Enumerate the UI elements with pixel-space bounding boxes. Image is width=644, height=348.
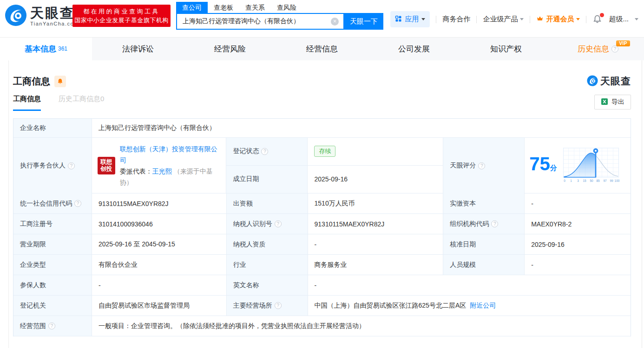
monitor-bell-icon[interactable] (54, 76, 66, 87)
help-icon[interactable]: ? (74, 200, 81, 207)
taxpayer-id-label: 纳税人识别号 (233, 220, 272, 228)
tab-intellectual-property[interactable]: 知识产权 (460, 38, 552, 60)
help-icon[interactable]: ? (261, 148, 268, 155)
nav-super-vip[interactable]: 超级... (609, 15, 629, 24)
svg-text:85: 85 (596, 179, 600, 182)
export-button[interactable]: 导出 (594, 95, 631, 110)
help-icon[interactable]: ? (48, 322, 55, 329)
tab-basic-info[interactable]: 基本信息 361 (0, 38, 92, 60)
nav-divider (476, 16, 477, 23)
table-row: 营业期限 2025-09-16 至 2045-09-15 纳税人资质 - 核准日… (13, 234, 631, 255)
company-type-value: 有限合伙企业 (92, 255, 227, 275)
svg-text:0: 0 (564, 179, 565, 182)
subtab-business-info[interactable]: 工商信息 (13, 95, 41, 111)
tab-operation-risk[interactable]: 经营风险 (184, 38, 276, 60)
help-icon[interactable]: ? (275, 302, 282, 309)
tab-history-info-label: 历史信息 (578, 44, 609, 54)
tab-company-development[interactable]: 公司发展 (368, 38, 460, 60)
company-name-value: 上海知己行远管理咨询中心（有限合伙） (92, 119, 631, 137)
tab-basic-info-label: 基本信息 (25, 44, 56, 54)
subtabs: 工商信息 历史工商信息0 导出 (13, 95, 631, 113)
field-label: 统一社会信用代码 ? (13, 193, 92, 213)
credit-code-value: 91310115MAEX0YR82J (92, 193, 227, 213)
score-unit: 分 (550, 164, 557, 172)
capital-value: 1510万人民币 (308, 193, 444, 213)
field-label: 营业期限 (13, 234, 92, 254)
field-label: 纳税人识别号 ? (227, 214, 308, 234)
search-input[interactable] (177, 18, 331, 25)
field-label: 参保人数 (13, 275, 92, 295)
notifications-bell-icon[interactable] (592, 14, 603, 25)
address-cell: 中国（上海）自由贸易试验区张江路625号北二层A区 附近公司 (308, 296, 631, 316)
lenovo-capital-logo: 联想 创投 (98, 157, 115, 174)
header: 天眼查 TianYanCha.com 都在用的商业查询工具 国家中小企业发展子基… (0, 0, 644, 37)
nav-open-vip[interactable]: 开通会员 (536, 15, 580, 24)
section-header: 工商信息 天眼查 (13, 75, 631, 88)
subtab-history-business-info[interactable]: 历史工商信息0 (59, 95, 104, 110)
help-icon[interactable]: ? (68, 162, 75, 169)
tab-history-info[interactable]: VIP 历史信息 ? (552, 38, 644, 60)
search-tab-company[interactable]: 查公司 (176, 2, 208, 13)
table-row: 统一社会信用代码 ? 91310115MAEX0YR82J 出资额 1510万人… (13, 193, 631, 214)
export-label: 导出 (611, 98, 624, 106)
score-value: 75分 (529, 154, 557, 178)
svg-text:15: 15 (583, 179, 586, 182)
address-label: 主要经营场所 (233, 302, 272, 310)
search-tab-relation[interactable]: 查关系 (239, 2, 271, 13)
reg-number-value: 310141000936046 (92, 214, 227, 234)
tianyancha-logo[interactable]: 天眼查 TianYanCha.com (5, 4, 79, 28)
svg-text:99: 99 (610, 179, 613, 182)
score-curve-chart: 0 1 3 15 50 85 97 99 100 (563, 147, 620, 185)
clear-search-icon[interactable]: × (331, 18, 339, 26)
field-label: 出资额 (227, 193, 308, 213)
field-label: 登记机关 (13, 296, 92, 316)
scrollbar-track[interactable] (642, 60, 642, 348)
nearby-companies-link[interactable]: 附近公司 (470, 302, 496, 310)
rep-name-link[interactable]: 王光熙 (152, 168, 172, 175)
apps-menu[interactable]: 应用 (390, 11, 430, 27)
promo-line2: 国家中小企业发展子基金旗下机构 (74, 16, 169, 25)
promo-line1: 都在用的商业查询工具 (83, 7, 160, 16)
svg-text:100: 100 (614, 179, 619, 182)
field-label: 成立日期 (226, 166, 308, 193)
tab-intellectual-property-label: 知识产权 (490, 44, 522, 54)
field-label: 纳税人资质 (227, 234, 308, 254)
field-label: 工商注册号 (13, 214, 92, 234)
search-tab-risk[interactable]: 查风险 (271, 2, 302, 13)
search-tabs: 查公司 查老板 查关系 查风险 (176, 2, 383, 13)
partner-company-link[interactable]: 联想创新（天津）投资管理有限公司 (120, 145, 217, 164)
help-icon[interactable]: ? (275, 220, 282, 227)
help-icon[interactable]: ? (478, 162, 485, 169)
help-icon[interactable]: ? (611, 45, 618, 52)
section-title: 工商信息 (13, 75, 50, 88)
svg-text:3: 3 (577, 179, 579, 182)
caret-down-icon (635, 18, 638, 20)
company-tabbar: 基本信息 361 法律诉讼 经营风险 经营信息 公司发展 知识产权 VIP 历史… (0, 37, 644, 60)
vip-badge: VIP (616, 40, 630, 46)
status-badge: 存续 (314, 146, 335, 157)
search-tab-boss[interactable]: 查老板 (208, 2, 239, 13)
nav-enterprise[interactable]: 企业级产品 (483, 15, 524, 24)
reg-status-label: 登记状态 (233, 147, 259, 155)
nav-divider (586, 16, 586, 23)
field-label: 组织机构代码 ? (443, 214, 525, 234)
nav-cooperation[interactable]: 商务合作 (442, 15, 470, 24)
tianyancha-swirl-icon (5, 4, 27, 28)
reg-authority-value: 自由贸易试验区市场监督管理局 (92, 296, 227, 316)
taxpayer-id-value: 91310115MAEX0YR82J (308, 214, 444, 234)
page-left-border (8, 60, 9, 348)
field-label: 主要经营场所 ? (227, 296, 308, 316)
staff-size-value: - (525, 255, 631, 275)
partner-label: 执行事务合伙人 (20, 161, 66, 170)
score-number: 75 (529, 154, 550, 174)
help-icon[interactable]: ? (491, 220, 498, 227)
table-row: 工商注册号 310141000936046 纳税人识别号 ? 91310115M… (13, 214, 631, 234)
tab-operation-info[interactable]: 经营信息 (276, 38, 368, 60)
tianyancha-watermark: 天眼查 (587, 75, 631, 88)
apps-label: 应用 (405, 15, 419, 24)
tab-legal[interactable]: 法律诉讼 (92, 38, 184, 60)
partner-cell: 联想 创投 联想创新（天津）投资管理有限公司 委派代表：王光熙 （来源于中基协） (92, 138, 227, 193)
logo-line1: 联想 (100, 159, 112, 166)
search-button[interactable]: 天眼一下 (344, 13, 383, 30)
brand-domain: TianYanCha.com (30, 21, 79, 26)
